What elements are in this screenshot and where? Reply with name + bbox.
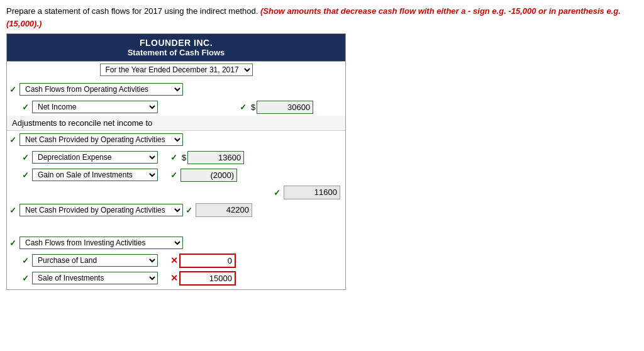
depreciation-input[interactable]: 13600 xyxy=(187,151,244,164)
check-net-cash-total: ✓ xyxy=(9,206,19,215)
sale-investments-select[interactable]: Sale of Investments xyxy=(32,272,158,284)
depreciation-row: ✓ Depreciation Expense ✓ $ 13600 xyxy=(19,148,345,166)
content-area: ✓ Cash Flows from Operating Activities ✓… xyxy=(7,78,345,289)
check-subtotal: ✓ xyxy=(274,188,284,198)
check-depreciation: ✓ xyxy=(22,153,32,162)
company-name: FLOUNDER INC. xyxy=(9,38,343,48)
purchase-land-input[interactable]: 0 xyxy=(179,254,236,268)
operating-section-row: ✓ Cash Flows from Operating Activities xyxy=(7,81,345,98)
check-investing: ✓ xyxy=(9,238,19,248)
investing-section-select[interactable]: Cash Flows from Investing Activities xyxy=(19,237,183,249)
check-net-income: ✓ xyxy=(22,103,32,112)
adjustments-label: Adjustments to reconcile net income to xyxy=(7,116,345,131)
investing-section-row: ✓ Cash Flows from Investing Activities xyxy=(7,234,345,252)
statement-title: Statement of Cash Flows xyxy=(9,48,343,57)
net-cash-adj-select[interactable]: Net Cash Provided by Operating Activitie… xyxy=(19,133,183,146)
check-sale-investments: ✓ xyxy=(22,274,32,283)
instruction-text: Prepare a statement of cash flows for 20… xyxy=(6,6,258,16)
subtotal-row: ✓ 11600 xyxy=(7,184,345,201)
statement-header: FLOUNDER INC. Statement of Cash Flows xyxy=(7,34,345,61)
check-depreciation-amount: ✓ xyxy=(170,153,180,162)
net-cash-total-row: ✓ Net Cash Provided by Operating Activit… xyxy=(7,201,345,219)
gain-row: ✓ Gain on Sale of Investments ✓ (2000) xyxy=(19,166,345,184)
spacer1 xyxy=(7,219,345,224)
sale-investments-input[interactable]: 15000 xyxy=(179,271,236,286)
purchase-land-select[interactable]: Purchase of Land xyxy=(32,254,158,267)
check-operating: ✓ xyxy=(9,85,19,94)
sale-investments-row: ✓ Sale of Investments ✕ 15000 xyxy=(19,269,345,287)
net-income-input[interactable]: 30600 xyxy=(257,101,313,114)
check-total-operating: ✓ xyxy=(186,206,196,215)
instructions-block: Prepare a statement of cash flows for 20… xyxy=(0,0,644,33)
subtotal-display: 11600 xyxy=(284,186,340,199)
net-cash-total-select[interactable]: Net Cash Provided by Operating Activitie… xyxy=(19,204,183,216)
period-select[interactable]: For the Year Ended December 31, 2017 xyxy=(100,64,253,76)
total-operating-display: 42200 xyxy=(196,203,252,217)
net-income-dollar: $ xyxy=(251,103,255,112)
depreciation-dollar: $ xyxy=(182,153,186,162)
check-net-income-amount: ✓ xyxy=(240,103,250,112)
gain-input[interactable]: (2000) xyxy=(180,169,237,182)
check-net-cash-adj: ✓ xyxy=(9,135,19,145)
purchase-land-row: ✓ Purchase of Land ✕ 0 xyxy=(19,252,345,269)
spacer2 xyxy=(7,224,345,229)
statement-container: FLOUNDER INC. Statement of Cash Flows Fo… xyxy=(6,33,346,290)
depreciation-select[interactable]: Depreciation Expense xyxy=(32,151,158,164)
check-gain: ✓ xyxy=(22,170,32,180)
operating-section-select[interactable]: Cash Flows from Operating Activities xyxy=(19,83,183,96)
period-row[interactable]: For the Year Ended December 31, 2017 xyxy=(7,61,345,78)
net-cash-adj-row: ✓ Net Cash Provided by Operating Activit… xyxy=(7,131,345,148)
check-purchase-land: ✓ xyxy=(22,256,32,265)
net-income-row: ✓ Net Income ✓ $ 30600 xyxy=(19,98,345,116)
check-gain-amount: ✓ xyxy=(170,170,180,180)
x-mark-land: ✕ xyxy=(170,255,178,265)
gain-select[interactable]: Gain on Sale of Investments xyxy=(32,169,158,181)
x-mark-sale: ✕ xyxy=(170,273,178,283)
net-income-select[interactable]: Net Income xyxy=(32,101,158,113)
